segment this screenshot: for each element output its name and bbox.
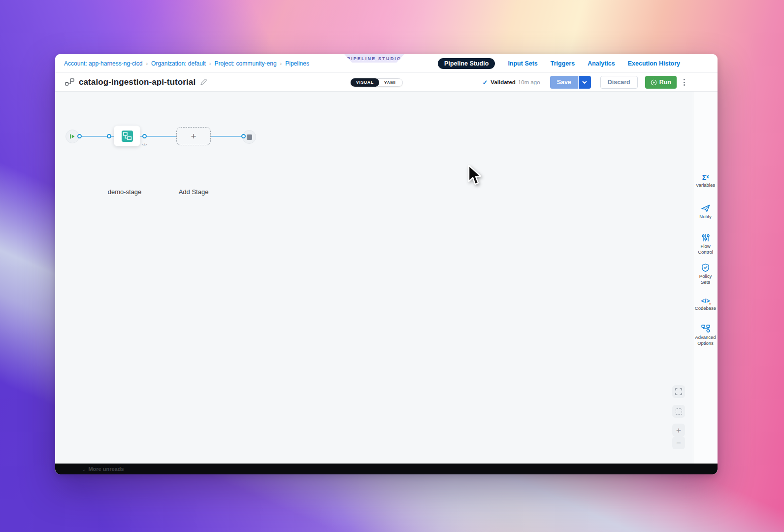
tab-triggers[interactable]: Triggers bbox=[551, 60, 575, 67]
fit-view-icon bbox=[676, 408, 682, 415]
sigma-variables-icon: Σˣ bbox=[693, 171, 718, 181]
sidebar-item-label: Codebase bbox=[693, 305, 718, 311]
validated-time: 10m ago bbox=[518, 79, 540, 85]
plus-icon: + bbox=[676, 426, 681, 434]
background-window-strip: ⌄ More unreads bbox=[55, 464, 718, 474]
add-stage-button[interactable]: + bbox=[176, 127, 211, 145]
sidebar-item-label: Notify bbox=[693, 214, 718, 220]
pipeline-canvas[interactable]: </> demo-stage + Add Stage Σˣ Variables … bbox=[55, 92, 718, 464]
connector-point[interactable] bbox=[142, 134, 147, 138]
sidebar-item-label: Policy Sets bbox=[693, 273, 718, 286]
app-window: Account: app-harness-ng-cicd › Organizat… bbox=[55, 54, 718, 474]
zoom-out-button[interactable]: − bbox=[672, 436, 685, 449]
more-unreads-text: More unreads bbox=[88, 466, 124, 472]
add-stage-label: Add Stage bbox=[179, 188, 209, 196]
breadcrumb-separator: › bbox=[206, 61, 215, 66]
pipeline-studio-banner: PIPELINE STUDIO bbox=[344, 54, 404, 63]
breadcrumb-project[interactable]: Project: community-eng bbox=[215, 60, 277, 67]
header-title-row: catalog-ingestion-api-tutorial VISUAL YA… bbox=[55, 73, 718, 92]
breadcrumb-separator: › bbox=[277, 61, 286, 66]
connector-point[interactable] bbox=[107, 134, 111, 138]
validated-check-icon: ✓ bbox=[482, 79, 488, 86]
breadcrumb-pipelines[interactable]: Pipelines bbox=[285, 60, 309, 67]
sidebar-item-label: Flow Control bbox=[693, 243, 718, 256]
sidebar-item-label: Advanced Options bbox=[693, 334, 718, 347]
stage-code-badge-icon: </> bbox=[142, 142, 147, 147]
toggle-yaml[interactable]: YAML bbox=[379, 80, 402, 85]
header-actions: ✓ Validated 10m ago Save Discard Run bbox=[482, 73, 687, 92]
plus-icon: + bbox=[191, 131, 196, 142]
sidebar-item-advanced-options[interactable]: Advanced Options bbox=[693, 324, 718, 347]
save-button[interactable]: Save bbox=[550, 76, 578, 89]
breadcrumb-separator: › bbox=[142, 61, 151, 66]
tab-analytics[interactable]: Analytics bbox=[588, 60, 615, 67]
connector-point[interactable] bbox=[241, 134, 246, 138]
run-play-icon bbox=[651, 79, 657, 86]
connector-line bbox=[211, 136, 242, 137]
header-top-row: Account: app-harness-ng-cicd › Organizat… bbox=[55, 54, 718, 73]
edit-pencil-icon[interactable] bbox=[200, 78, 207, 86]
chevron-down-icon bbox=[582, 81, 587, 84]
more-options-kebab-icon[interactable] bbox=[682, 77, 687, 88]
start-play-icon bbox=[69, 133, 75, 139]
sliders-icon bbox=[693, 233, 718, 242]
zoom-in-button[interactable]: + bbox=[672, 424, 685, 436]
run-button[interactable]: Run bbox=[645, 76, 677, 89]
stage-label: demo-stage bbox=[108, 188, 142, 196]
tab-pipeline-studio[interactable]: Pipeline Studio bbox=[438, 58, 495, 69]
run-label: Run bbox=[659, 79, 671, 86]
mouse-cursor bbox=[467, 165, 482, 186]
discard-button[interactable]: Discard bbox=[600, 76, 638, 89]
breadcrumb: Account: app-harness-ng-cicd › Organizat… bbox=[64, 60, 309, 67]
sidebar-item-codebase[interactable]: </>▲ Codebase bbox=[693, 295, 718, 311]
toggle-visual[interactable]: VISUAL bbox=[351, 78, 379, 87]
connector-point[interactable] bbox=[77, 134, 82, 138]
save-dropdown-button[interactable] bbox=[579, 76, 591, 89]
stop-square-icon bbox=[247, 134, 252, 140]
top-navigation: Pipeline Studio Input Sets Triggers Anal… bbox=[438, 54, 680, 73]
minus-icon: − bbox=[676, 439, 681, 447]
custom-stage-icon bbox=[121, 130, 133, 142]
shield-check-icon bbox=[693, 263, 718, 272]
breadcrumb-account[interactable]: Account: app-harness-ng-cicd bbox=[64, 60, 142, 67]
pipeline-graph-icon bbox=[65, 78, 74, 86]
page-title: catalog-ingestion-api-tutorial bbox=[79, 77, 196, 87]
tab-input-sets[interactable]: Input Sets bbox=[508, 60, 537, 67]
sidebar-item-flow-control[interactable]: Flow Control bbox=[693, 233, 718, 256]
sidebar-item-policy-sets[interactable]: Policy Sets bbox=[693, 263, 718, 286]
tab-execution-history[interactable]: Execution History bbox=[628, 60, 680, 67]
sidebar-item-notify[interactable]: Notify bbox=[693, 203, 718, 220]
right-tool-sidebar: Σˣ Variables Notify Flow Control Policy bbox=[693, 92, 718, 464]
fit-view-button[interactable] bbox=[672, 405, 685, 418]
view-toggle: VISUAL YAML bbox=[350, 78, 403, 87]
paper-plane-icon bbox=[693, 203, 718, 212]
breadcrumb-organization[interactable]: Organization: default bbox=[151, 60, 206, 67]
code-warning-icon: </>▲ bbox=[693, 295, 718, 304]
chevron-down-icon: ⌄ bbox=[82, 466, 86, 472]
fullscreen-icon bbox=[675, 388, 682, 395]
validated-label: Validated bbox=[490, 79, 516, 85]
sidebar-item-variables[interactable]: Σˣ Variables bbox=[693, 171, 718, 188]
stage-node-demo-stage[interactable] bbox=[114, 126, 140, 146]
sidebar-item-label: Variables bbox=[693, 182, 718, 188]
flowchart-gear-icon bbox=[693, 324, 718, 333]
fullscreen-button[interactable] bbox=[672, 385, 685, 398]
